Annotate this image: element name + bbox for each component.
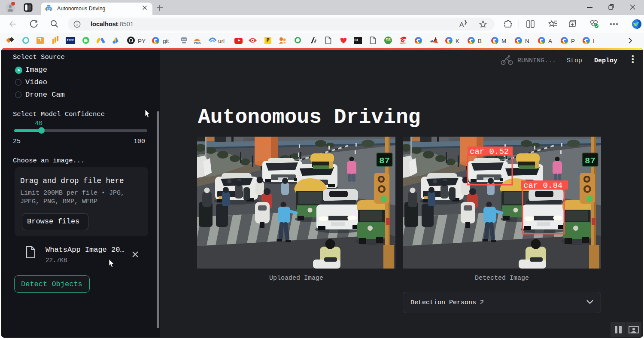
svg-text:car 0.52: car 0.52 bbox=[470, 147, 509, 156]
svg-text:PMA: PMA bbox=[194, 41, 201, 44]
svg-text:car 0.84: car 0.84 bbox=[523, 181, 562, 190]
svg-text:airtel: airtel bbox=[400, 42, 407, 45]
